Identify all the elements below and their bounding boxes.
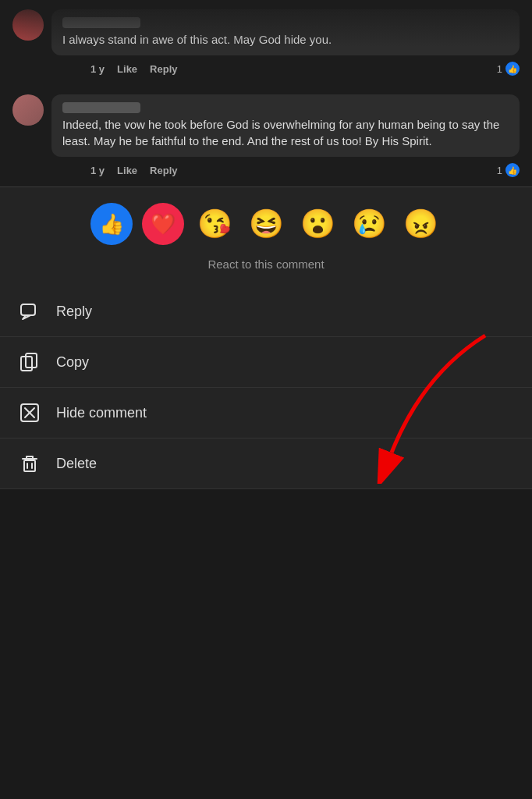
menu-reply-label: Reply <box>56 304 92 320</box>
hide-icon <box>19 402 41 424</box>
emoji-love-button[interactable]: ❤️ <box>142 203 184 245</box>
comment-bubble-1: I always stand in awe of this act. May G… <box>51 9 520 55</box>
menu-copy-label: Copy <box>56 354 89 371</box>
reply-icon <box>19 300 41 322</box>
comment-item-2: Indeed, the vow he took before God is ov… <box>0 85 532 186</box>
avatar-2 <box>12 94 44 126</box>
menu-hide-label: Hide comment <box>56 405 147 421</box>
reaction-count-2: 1 👍 <box>497 163 520 177</box>
react-label: React to this comment <box>0 251 532 286</box>
like-button-2[interactable]: Like <box>117 165 137 176</box>
menu-item-reply[interactable]: Reply <box>0 286 532 337</box>
comment-item-1: I always stand in awe of this act. May G… <box>0 0 532 85</box>
emoji-reaction-row: 👍 ❤️ 😘 😆 😮 😢 😠 <box>0 187 532 251</box>
avatar-1 <box>12 9 44 41</box>
comment-actions-1: 1 y Like Reply 1 👍 <box>51 62 520 76</box>
copy-icon <box>19 351 41 373</box>
like-icon-1: 👍 <box>505 62 520 76</box>
menu-delete-label: Delete <box>56 456 97 472</box>
reply-button-2[interactable]: Reply <box>150 165 177 176</box>
reaction-count-1: 1 👍 <box>497 62 520 76</box>
emoji-haha-wink-button[interactable]: 😘 <box>193 203 236 245</box>
comment-author-2 <box>62 102 140 113</box>
like-icon-2: 👍 <box>505 163 520 177</box>
comment-time-2: 1 y <box>90 165 105 176</box>
menu-item-delete[interactable]: Delete <box>0 439 532 489</box>
comment-text-2: Indeed, the vow he took before God is ov… <box>62 118 499 147</box>
bottom-menu: 👍 ❤️ 😘 😆 😮 😢 😠 React to this comment Rep… <box>0 187 532 489</box>
comment-text-1: I always stand in awe of this act. May G… <box>62 33 332 46</box>
emoji-like-button[interactable]: 👍 <box>90 203 133 245</box>
menu-item-hide[interactable]: Hide comment <box>0 388 532 439</box>
comments-section: I always stand in awe of this act. May G… <box>0 0 532 186</box>
comment-time-1: 1 y <box>90 63 105 75</box>
emoji-angry-button[interactable]: 😠 <box>399 203 442 245</box>
comment-bubble-2: Indeed, the vow he took before God is ov… <box>51 94 520 157</box>
emoji-haha-button[interactable]: 😆 <box>245 203 287 245</box>
svg-rect-6 <box>24 460 35 471</box>
delete-icon <box>19 453 41 474</box>
svg-rect-0 <box>21 304 35 315</box>
comment-actions-2: 1 y Like Reply 1 👍 <box>51 163 520 177</box>
reply-button-1[interactable]: Reply <box>150 63 177 75</box>
emoji-wow-button[interactable]: 😮 <box>296 203 339 245</box>
menu-item-copy[interactable]: Copy <box>0 337 532 388</box>
emoji-sad-button[interactable]: 😢 <box>348 203 390 245</box>
reaction-number-1: 1 <box>497 63 502 75</box>
reaction-number-2: 1 <box>497 165 502 176</box>
like-button-1[interactable]: Like <box>117 63 137 75</box>
comment-author-1 <box>62 17 140 28</box>
